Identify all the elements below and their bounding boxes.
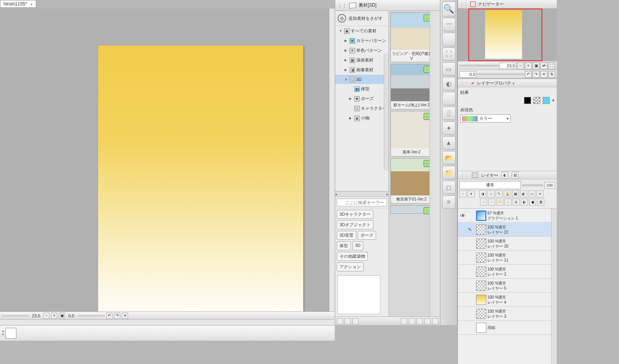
tag[interactable]: 3D	[352, 241, 363, 250]
material-thumb[interactable]: ↓ 駅ホーム(地上)-Ver.2	[390, 64, 433, 109]
zoom-out-icon[interactable]: −	[517, 62, 524, 69]
magnifier-icon[interactable]: 🔍	[442, 2, 455, 16]
curve-icon[interactable]: 〰	[442, 18, 455, 31]
handle-icon[interactable]: ⋮⋮	[459, 2, 468, 7]
stack-icon[interactable]: ≡	[442, 195, 455, 209]
flip-v-icon[interactable]: ⇅	[548, 71, 555, 78]
chevron-down-icon[interactable]: ▾	[468, 190, 475, 197]
material-thumb[interactable]: ↓ リビング・玄関(戸建)-V	[390, 12, 433, 62]
fit-screen-icon[interactable]: ▣	[59, 313, 65, 319]
lock-trans-icon[interactable]: ▦	[512, 190, 519, 197]
document-tab[interactable]: hiroin1155* ●	[0, 0, 36, 8]
tag[interactable]: 3Dオブジェクト	[337, 220, 373, 229]
layer-row[interactable]: 👁67 %通常グラデーション 1	[458, 209, 557, 223]
mask-icon[interactable]: ◐	[442, 77, 455, 90]
draft-icon[interactable]: ✎	[496, 190, 503, 197]
folder-new-icon[interactable]: 📁	[442, 166, 455, 179]
rotate-reset-icon[interactable]: ✶	[122, 313, 128, 319]
fullscreen-icon[interactable]: ⛶	[548, 62, 555, 69]
close-icon[interactable]: ●	[30, 2, 33, 6]
tree-3d[interactable]: ▼◻3D	[335, 75, 389, 84]
tree-image[interactable]: ▶◨画像素材	[335, 65, 389, 75]
tree-color-pattern[interactable]: ▶✦カラーパターン	[335, 36, 389, 46]
new-folder-icon[interactable]: 📁	[496, 199, 503, 206]
tree-manga[interactable]: ▶▦漫画素材	[335, 55, 389, 65]
tree-pose[interactable]: ▶✚ポーズ	[335, 94, 389, 104]
canvas-viewport[interactable]	[0, 9, 335, 317]
tree-root[interactable]: ▼◉すべての素材	[335, 26, 389, 36]
layer-row[interactable]: 100 %通常レイヤー 2	[458, 265, 557, 279]
color-swatch[interactable]: ▫	[459, 190, 466, 197]
navigator-view[interactable]	[458, 9, 557, 61]
ruler-icon[interactable]: ▭	[528, 190, 535, 197]
image-icon[interactable]: ▲	[442, 136, 455, 149]
layer-palette-icon[interactable]: ▥	[512, 172, 519, 179]
tree-props[interactable]: ▶♟小物	[335, 113, 389, 123]
zoom-in-icon[interactable]: +	[525, 62, 532, 69]
canvas-horizontal-scrollbar[interactable]	[0, 319, 335, 325]
placeholder-icon[interactable]	[442, 92, 455, 105]
clip-icon[interactable]: ◑	[479, 190, 486, 197]
page-thumbnail[interactable]	[5, 328, 16, 339]
layer-row[interactable]: 100 %通常レイヤー 4	[458, 293, 557, 307]
effect-tone-icon[interactable]	[533, 97, 540, 104]
canvas-vertical-scrollbar[interactable]	[329, 9, 335, 311]
folder-icon[interactable]	[337, 318, 343, 324]
fit-icon[interactable]: ▣	[533, 62, 540, 69]
tag[interactable]: その他建築物	[337, 252, 368, 261]
layer-icon[interactable]: ▭	[442, 62, 455, 76]
blend-mode-select[interactable]: 通常	[459, 181, 521, 189]
apply-mask-icon[interactable]: ◼	[529, 199, 536, 206]
visibility-toggle[interactable]: 👁	[458, 213, 468, 219]
lock-icon[interactable]: 🔒	[504, 190, 511, 197]
material-thumb[interactable]: ↓ 教室廊下01-Ver.2	[390, 158, 433, 204]
tree-mono-pattern[interactable]: ▶✦単色パターン	[335, 46, 389, 55]
layer-row[interactable]: 100 %通常レイヤー 11	[458, 251, 557, 265]
view-large-icon[interactable]	[401, 318, 407, 324]
layer-row[interactable]: 用紙	[458, 321, 557, 335]
merge-down-icon[interactable]: ⇊	[513, 199, 520, 206]
material-thumb[interactable]: ↓	[390, 205, 433, 214]
view-small-icon[interactable]	[417, 318, 423, 324]
color-mode-select[interactable]: カラー ▾	[460, 114, 511, 123]
trash-icon[interactable]	[352, 318, 359, 324]
zoom-slider[interactable]	[2, 315, 29, 317]
mask-enable-icon[interactable]: ◐	[520, 190, 527, 197]
view-list-icon[interactable]	[424, 318, 431, 324]
tag[interactable]: ポーズ	[358, 231, 376, 240]
layer-row[interactable]: 100 %通常レイヤー 5	[458, 279, 557, 293]
cube-icon[interactable]: ◻	[442, 181, 455, 194]
tree-scrollbar[interactable]	[384, 53, 389, 170]
delete-layer-icon[interactable]: 🗑	[537, 199, 544, 206]
reference-icon[interactable]: ☼	[487, 190, 494, 197]
paste-icon[interactable]	[345, 318, 351, 324]
tree-character[interactable]: ☺キャラクター	[335, 104, 389, 113]
rotate-slider[interactable]	[77, 315, 105, 317]
folder-open-icon[interactable]: 📂	[442, 151, 455, 164]
effect-outline-icon[interactable]	[524, 97, 531, 104]
layer-row[interactable]: ✎100 %通常レイヤー 22	[458, 223, 557, 237]
effect-layer-color-icon[interactable]	[543, 97, 550, 104]
handle-icon[interactable]: ⋮⋮	[460, 173, 469, 178]
new-raster-layer-icon[interactable]: ▫	[480, 199, 487, 206]
material-thumb[interactable]: ↓ 風車-Ver.2	[390, 111, 433, 157]
transfer-down-icon[interactable]: ↓	[505, 199, 512, 206]
rotate-cw-icon[interactable]: ↷	[533, 71, 540, 78]
tag[interactable]: 体型	[337, 241, 351, 250]
layer-list-scrollbar[interactable]	[551, 209, 557, 364]
rotate-cw-icon[interactable]: ↷	[114, 313, 120, 319]
navigator-viewport-frame[interactable]	[468, 9, 542, 61]
view-detail-icon[interactable]	[432, 318, 438, 324]
tag[interactable]: 3D背景	[337, 231, 356, 240]
zoom-out-icon[interactable]: −	[43, 313, 49, 319]
nav-rotate-slider[interactable]	[477, 73, 524, 75]
search-input[interactable]	[337, 199, 387, 206]
flip-h-icon[interactable]: ⇄	[540, 62, 547, 69]
placeholder-icon[interactable]	[442, 33, 455, 46]
nav-zoom-slider[interactable]	[459, 65, 498, 67]
handle-icon[interactable]: ⋮⋮	[338, 3, 347, 8]
tree-hscroll[interactable]: ◂▸	[335, 191, 389, 197]
tone-icon[interactable]: ░	[442, 107, 455, 120]
tag[interactable]: アクション	[337, 262, 364, 271]
view-grid-icon[interactable]	[409, 318, 415, 324]
